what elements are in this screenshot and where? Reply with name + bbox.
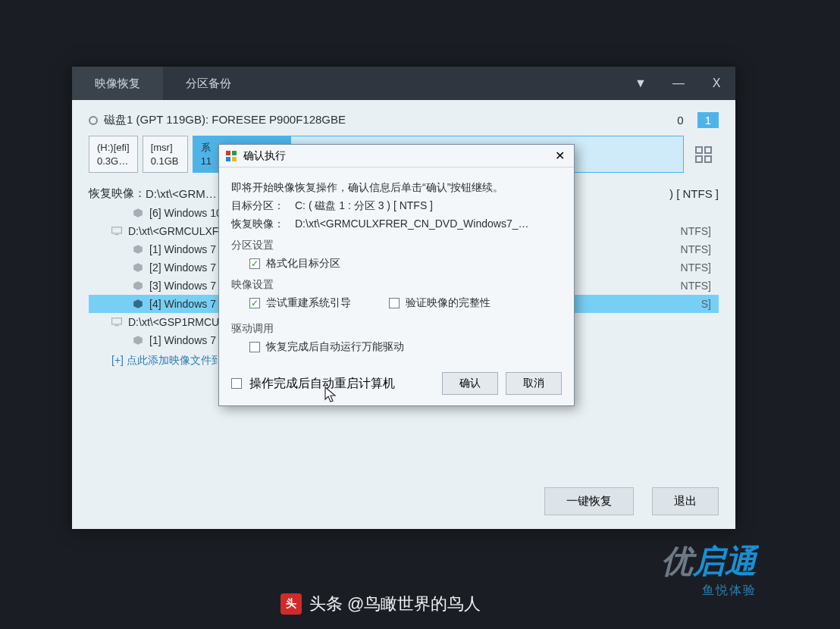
watermark: 头 头条 @鸟瞰世界的鸟人 (281, 593, 481, 615)
cube-icon (133, 280, 143, 291)
restore-image-path: D:\xt\<GRM… (146, 187, 217, 200)
disk-index-1[interactable]: 1 (697, 112, 719, 128)
section-partition-settings: 分区设置 (231, 239, 562, 252)
dialog-app-icon (225, 150, 237, 162)
svg-rect-2 (696, 156, 702, 162)
checkbox-rebuild-boot[interactable] (249, 298, 260, 308)
svg-rect-8 (226, 151, 230, 155)
checkbox-run-driver-label: 恢复完成后自动运行万能驱动 (266, 340, 404, 354)
svg-rect-9 (232, 151, 237, 155)
checkbox-format-target-label: 格式化目标分区 (266, 257, 340, 271)
confirm-dialog: 确认执行 ✕ 即将开始映像恢复操作，确认信息后单击“确认”按钮继续。 目标分区：… (218, 144, 575, 406)
tree-item-label: [2] Windows 7 (149, 261, 216, 274)
tree-trail: NTFS] (681, 225, 719, 237)
restore-image-trail: ) [ NTFS ] (669, 187, 719, 200)
tree-item-label: [1] Windows 7 (149, 334, 216, 346)
watermark-text: 头条 @鸟瞰世界的鸟人 (309, 593, 481, 615)
cube-icon (133, 335, 143, 346)
titlebar: 映像恢复 分区备份 ▼ — X (72, 67, 735, 100)
tree-trail: NTFS] (681, 243, 719, 255)
watermark-logo-icon: 头 (281, 593, 302, 615)
brand-text-1: 优 (661, 543, 693, 579)
partition-msr[interactable]: [msr] 0.1GB (143, 136, 188, 173)
svg-rect-11 (232, 157, 237, 161)
svg-rect-10 (226, 157, 230, 161)
checkbox-verify-image-label: 验证映像的完整性 (406, 296, 491, 310)
tab-image-restore[interactable]: 映像恢复 (72, 67, 163, 100)
disk-label: 磁盘1 (GPT 119GB): FORESEE P900F128GBE (104, 113, 346, 127)
partition-msr-label: [msr] (151, 141, 180, 155)
tree-trail: NTFS] (681, 280, 719, 292)
tree-item-label: [3] Windows 7 (149, 280, 216, 292)
checkbox-format-target[interactable] (249, 258, 260, 269)
disk-index-0[interactable]: 0 (677, 114, 683, 127)
restore-image-value: D:\xt\<GRMCULXFRER_CN_DVD_Windows7_… (295, 217, 528, 231)
section-image-settings: 映像设置 (231, 278, 562, 292)
layout-grid-icon[interactable] (688, 136, 719, 173)
section-driver: 驱动调用 (231, 322, 562, 336)
dialog-cancel-button[interactable]: 取消 (506, 372, 562, 395)
footer-buttons: 一键恢复 退出 (544, 487, 719, 515)
checkbox-auto-reboot[interactable] (231, 378, 242, 389)
monitor-icon (111, 227, 122, 236)
dialog-titlebar: 确认执行 ✕ (219, 145, 574, 167)
svg-rect-5 (115, 234, 119, 235)
svg-rect-7 (115, 325, 119, 326)
brand-text-2: 启通 (693, 543, 757, 579)
checkbox-rebuild-boot-label: 尝试重建系统引导 (266, 296, 351, 310)
checkbox-auto-reboot-label: 操作完成后自动重启计算机 (249, 376, 395, 392)
svg-rect-3 (705, 156, 711, 162)
disk-header: 磁盘1 (GPT 119GB): FORESEE P900F128GBE 0 1 (89, 112, 719, 128)
one-click-restore-button[interactable]: 一键恢复 (544, 487, 634, 515)
brand-subtitle: 鱼悦体验 (661, 583, 757, 599)
svg-rect-0 (696, 147, 702, 153)
dialog-intro: 即将开始映像恢复操作，确认信息后单击“确认”按钮继续。 (231, 181, 562, 195)
close-button[interactable]: X (697, 67, 735, 100)
titlebar-dropdown-icon[interactable]: ▼ (622, 67, 660, 100)
cube-icon (133, 299, 143, 309)
cube-icon (133, 244, 143, 255)
brand-logo: 优启通 鱼悦体验 (661, 540, 757, 599)
target-partition-key: 目标分区： (231, 199, 286, 213)
partition-efi-size: 0.3G… (97, 155, 130, 168)
minimize-button[interactable]: — (660, 67, 697, 100)
dialog-ok-button[interactable]: 确认 (442, 372, 498, 395)
partition-efi[interactable]: (H:)[efi] 0.3G… (89, 136, 138, 173)
cube-icon (133, 208, 143, 218)
restore-image-key: 恢复映像： (231, 217, 286, 231)
partition-msr-size: 0.1GB (151, 155, 180, 168)
tree-item-label: [1] Windows 7 (149, 243, 216, 255)
disk-radio[interactable] (89, 116, 98, 125)
dialog-close-icon[interactable]: ✕ (552, 149, 568, 163)
svg-rect-1 (705, 147, 711, 153)
target-partition-value: C: ( 磁盘 1 : 分区 3 ) [ NTFS ] (295, 199, 433, 213)
dialog-title: 确认执行 (243, 149, 286, 163)
checkbox-verify-image[interactable] (389, 298, 400, 308)
tree-trail: NTFS] (681, 261, 719, 274)
partition-efi-label: (H:)[efi] (97, 141, 130, 155)
svg-rect-6 (112, 318, 122, 324)
tab-partition-backup[interactable]: 分区备份 (163, 67, 254, 100)
checkbox-run-driver[interactable] (249, 342, 260, 352)
tree-item-label: [4] Windows 7 (149, 298, 216, 310)
tree-item-label: [6] Windows 10 (149, 207, 222, 219)
tree-trail: S] (701, 298, 719, 310)
cube-icon (133, 262, 143, 273)
exit-button[interactable]: 退出 (652, 487, 719, 515)
svg-rect-4 (112, 227, 122, 233)
monitor-icon (111, 318, 122, 327)
